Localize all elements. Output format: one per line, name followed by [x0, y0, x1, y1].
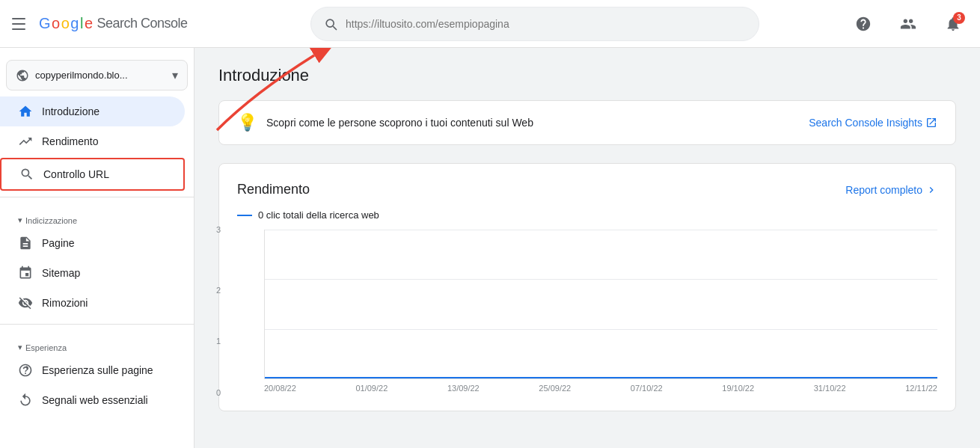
nav-label-introduzione: Introduzione: [42, 105, 99, 117]
nav-label-segnali-web: Segnali web essenziali: [42, 394, 148, 406]
page-title: Introduzione: [218, 66, 956, 85]
legend-line: [237, 215, 252, 216]
document-icon: [18, 236, 33, 251]
chevron-down-icon-indicizzazione: ▾: [18, 215, 22, 225]
chart-container: 3 2 1 0 20/08/22 01/09/22 13/09/: [237, 230, 937, 393]
main-content: Introduzione 💡 Scopri come le persone sc…: [195, 48, 980, 448]
chevron-right-icon: [925, 184, 937, 196]
sidebar-item-rendimento[interactable]: Rendimento: [0, 126, 185, 156]
chart-legend: 0 clic totali della ricerca web: [237, 209, 937, 221]
nav-label-esperienza-pagine: Esperienza sulle pagine: [42, 364, 153, 376]
sidebar-item-sitemap[interactable]: Sitemap: [0, 258, 185, 288]
chart-area: [264, 230, 937, 379]
nav-label-rimozioni: Rimozioni: [42, 297, 88, 309]
info-banner-text: Scopri come le persone scoprono i tuoi c…: [266, 117, 800, 129]
accounts-icon: [900, 16, 916, 32]
chart-y-labels: 3 2 1 0: [216, 230, 221, 393]
sitemap-icon: [18, 266, 33, 280]
topbar-left: Google Search Console: [12, 15, 221, 33]
eye-off-icon: [18, 295, 33, 310]
search-bar: [310, 7, 759, 41]
search-bar-wrapper: [221, 7, 848, 41]
url-search-input[interactable]: [346, 18, 747, 30]
site-selector[interactable]: copyperilmondo.blo... ▾: [6, 60, 188, 90]
hamburger-icon[interactable]: [12, 15, 30, 33]
topbar-right: 3: [848, 9, 968, 39]
info-banner: 💡 Scopri come le persone scoprono i tuoi…: [218, 100, 956, 145]
chart-x-labels: 20/08/22 01/09/22 13/09/22 25/09/22 07/1…: [264, 384, 937, 393]
search-console-insights-link[interactable]: Search Console Insights: [809, 117, 937, 129]
report-completo-link[interactable]: Report completo: [845, 184, 937, 196]
layout: copyperilmondo.blo... ▾ Introduzione Ren…: [0, 0, 980, 448]
help-button[interactable]: [848, 9, 878, 39]
gridline-3: [265, 230, 937, 230]
notifications-button[interactable]: 3: [938, 9, 968, 39]
search-nav-icon: [19, 167, 34, 182]
chart-grid: [265, 230, 937, 378]
legend-text: 0 clic totali della ricerca web: [258, 209, 379, 221]
gridline-1: [265, 329, 937, 330]
sidebar-item-pagine[interactable]: Pagine: [0, 228, 185, 258]
circle-gear-icon: [18, 363, 33, 378]
chart-header: Rendimento Report completo: [237, 182, 937, 197]
gridline-2: [265, 279, 937, 280]
section-esperienza-label: ▾ Esperienza: [0, 331, 194, 355]
refresh-circle-icon: [18, 393, 33, 408]
app-title: Search Console: [97, 16, 188, 31]
nav-label-rendimento: Rendimento: [42, 135, 99, 147]
lightbulb-icon: 💡: [237, 113, 257, 132]
chevron-down-icon-esperienza: ▾: [18, 343, 22, 352]
sidebar-item-segnali-web[interactable]: Segnali web essenziali: [0, 385, 185, 415]
site-name: copyperilmondo.blo...: [35, 70, 166, 81]
sidebar-item-controllo-url[interactable]: Controllo URL: [0, 158, 185, 191]
search-icon: [323, 16, 338, 31]
chevron-down-icon: ▾: [172, 68, 178, 82]
google-logo: Google Search Console: [39, 15, 188, 32]
help-icon: [855, 16, 872, 32]
nav-divider-2: [0, 324, 194, 325]
chart-title: Rendimento: [237, 182, 310, 197]
nav-label-pagine: Pagine: [42, 237, 75, 249]
sidebar-item-introduzione[interactable]: Introduzione: [0, 96, 185, 126]
chart-zero-line: [265, 377, 937, 378]
external-link-icon: [925, 117, 937, 129]
section-indicizzazione-label: ▾ Indicizzazione: [0, 203, 194, 228]
nav-label-controllo-url: Controllo URL: [43, 168, 109, 180]
sidebar: copyperilmondo.blo... ▾ Introduzione Ren…: [0, 48, 195, 448]
nav-label-sitemap: Sitemap: [42, 267, 80, 279]
insights-link-text: Search Console Insights: [809, 117, 922, 129]
accounts-button[interactable]: [893, 9, 923, 39]
sidebar-item-esperienza-pagine[interactable]: Esperienza sulle pagine: [0, 355, 185, 385]
home-icon: [18, 104, 33, 119]
sidebar-item-rimozioni[interactable]: Rimozioni: [0, 288, 185, 318]
report-link-text: Report completo: [845, 184, 922, 196]
nav-divider-1: [0, 197, 194, 197]
topbar: Google Search Console 3: [0, 0, 980, 48]
rendimento-chart-card: Rendimento Report completo 0 clic totali…: [218, 163, 956, 411]
notification-count: 3: [953, 12, 965, 24]
trending-up-icon: [18, 134, 33, 149]
globe-icon: [16, 69, 29, 82]
